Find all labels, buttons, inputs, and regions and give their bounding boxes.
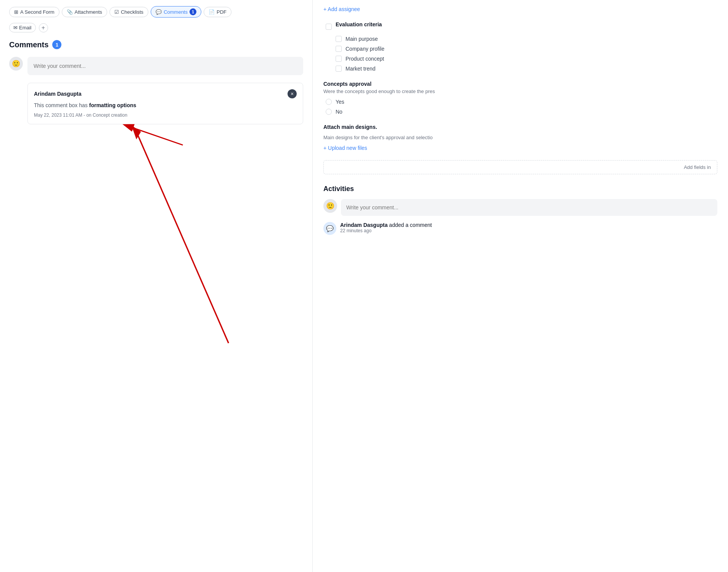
comment-icon: 💬 — [156, 9, 162, 15]
activity-actor: Arindam Dasgupta — [340, 222, 387, 228]
comment-card: Arindam Dasgupta × This comment box has … — [27, 83, 303, 124]
current-user-avatar: 🙂 — [9, 57, 23, 71]
attach-designs-section: Attach main designs. Main designs for th… — [323, 124, 717, 151]
tab-attachments[interactable]: 📎 Attachments — [62, 7, 107, 17]
eval-item-0: Main purpose — [323, 36, 717, 42]
concepts-approval-section: Concepts approval Were the concepts good… — [323, 81, 717, 115]
evaluation-criteria-section: Evaluation criteria Main purpose Company… — [323, 21, 717, 72]
comments-badge: 1 — [190, 8, 196, 15]
no-label: No — [336, 109, 342, 115]
svg-line-1 — [133, 128, 183, 145]
activities-title: Activities — [323, 185, 717, 193]
upload-new-files-button[interactable]: + Upload new files — [323, 145, 717, 151]
activity-comment-input[interactable] — [341, 199, 717, 216]
comment-input-row: 🙂 — [9, 57, 303, 75]
comments-title: Comments — [9, 40, 48, 49]
activity-action: added a comment — [389, 222, 432, 228]
eval-item-3: Market trend — [323, 66, 717, 72]
right-panel: + Add assignee Evaluation criteria Main … — [313, 0, 728, 572]
yes-radio[interactable] — [326, 99, 332, 105]
no-radio[interactable] — [326, 109, 332, 115]
company-profile-label: Company profile — [346, 46, 384, 52]
comment-body: This comment box has formatting options — [34, 101, 297, 109]
product-concept-label: Product concept — [346, 56, 384, 62]
checklist-icon: ☑ — [114, 9, 119, 15]
svg-marker-3 — [132, 125, 141, 140]
form-icon: ⊞ — [14, 9, 18, 15]
concepts-approval-title: Concepts approval — [323, 81, 717, 87]
tab-comments[interactable]: 💬 Comments 1 — [151, 6, 201, 18]
add-assignee-button[interactable]: + Add assignee — [323, 6, 717, 12]
product-concept-checkbox[interactable] — [336, 56, 342, 62]
tab-pdf[interactable]: 📄 PDF — [204, 7, 231, 17]
upload-link-label: + Upload new files — [323, 145, 367, 151]
activity-item-text: Arindam Dasgupta added a comment — [340, 222, 432, 228]
tabs-row: ⊞ A Second Form 📎 Attachments ☑ Checklis… — [9, 0, 303, 21]
yes-label: Yes — [336, 99, 344, 105]
activity-item: 💬 Arindam Dasgupta added a comment 22 mi… — [323, 222, 717, 235]
main-purpose-checkbox[interactable] — [336, 36, 342, 42]
email-icon: ✉ — [13, 25, 18, 31]
radio-yes-item: Yes — [323, 99, 717, 105]
comment-author: Arindam Dasgupta — [34, 91, 81, 97]
activity-time: 22 minutes ago — [340, 228, 432, 233]
activity-comment-row: 🙂 — [323, 199, 717, 216]
main-purpose-label: Main purpose — [346, 36, 378, 42]
activity-item-avatar: 💬 — [323, 222, 336, 235]
market-trend-checkbox[interactable] — [336, 66, 342, 72]
svg-line-2 — [137, 132, 229, 343]
comments-heading: Comments 1 — [9, 40, 303, 49]
add-assignee-label: + Add assignee — [323, 6, 360, 12]
pdf-icon: 📄 — [209, 9, 215, 15]
company-profile-checkbox[interactable] — [336, 46, 342, 52]
attachment-icon: 📎 — [67, 9, 73, 15]
comment-close-button[interactable]: × — [288, 89, 297, 98]
attach-designs-subtitle: Main designs for the client's approval a… — [323, 135, 717, 140]
second-row: ✉ Email + — [9, 21, 303, 40]
evaluation-criteria-header-row: Evaluation criteria — [323, 21, 717, 32]
add-tab-button[interactable]: + — [39, 23, 48, 32]
attach-designs-title: Attach main designs. — [323, 124, 717, 130]
tab-checklists[interactable]: ☑ Checklists — [109, 7, 148, 17]
eval-item-2: Product concept — [323, 56, 717, 62]
evaluation-criteria-title: Evaluation criteria — [336, 21, 382, 27]
radio-no-item: No — [323, 109, 717, 115]
comments-count: 1 — [52, 40, 61, 49]
activity-item-content: Arindam Dasgupta added a comment 22 minu… — [340, 222, 432, 233]
eval-criteria-checkbox[interactable] — [326, 24, 332, 30]
concepts-approval-subtitle: Were the concepts good enough to create … — [323, 88, 717, 94]
tab-form[interactable]: ⊞ A Second Form — [9, 7, 59, 17]
email-tag[interactable]: ✉ Email — [9, 23, 36, 32]
comment-meta: May 22, 2023 11:01 AM - on Concept creat… — [34, 112, 297, 118]
eval-item-1: Company profile — [323, 46, 717, 52]
activity-user-avatar: 🙂 — [323, 199, 337, 213]
activities-section: Activities 🙂 💬 Arindam Dasgupta added a … — [323, 185, 717, 235]
market-trend-label: Market trend — [346, 66, 376, 72]
comment-card-header: Arindam Dasgupta × — [34, 89, 297, 98]
add-fields-button[interactable]: Add fields in — [323, 160, 717, 174]
comment-input[interactable] — [27, 57, 303, 75]
left-panel: ⊞ A Second Form 📎 Attachments ☑ Checklis… — [0, 0, 313, 572]
